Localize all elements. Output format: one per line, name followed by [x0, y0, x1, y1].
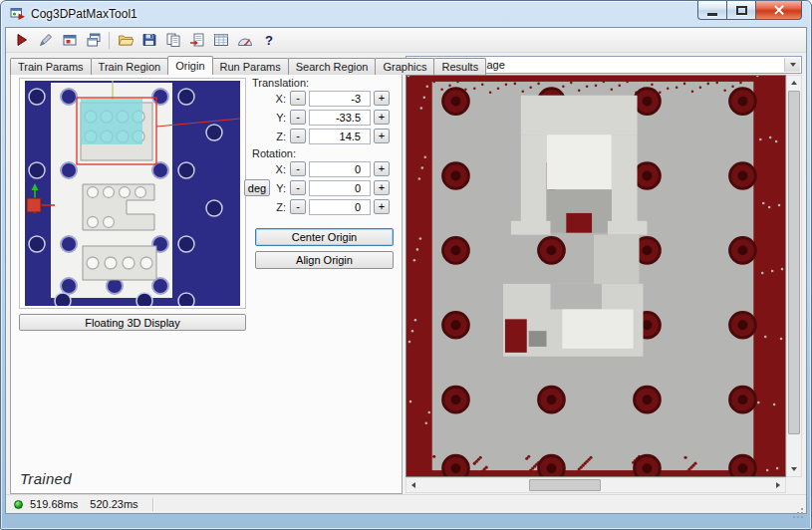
- rotation-x-row: X: - +: [242, 160, 398, 177]
- tab-search-region[interactable]: Search Region: [288, 58, 377, 75]
- toolbar: ?: [6, 28, 806, 53]
- help-icon: ?: [261, 32, 277, 48]
- maximize-icon: [736, 6, 747, 15]
- rotation-z-input[interactable]: [309, 199, 371, 215]
- run-icon: [14, 32, 30, 48]
- 3d-display-canvas[interactable]: [25, 81, 240, 306]
- scroll-down-button[interactable]: [787, 462, 801, 476]
- rotation-x-input[interactable]: [309, 161, 371, 177]
- tab-results[interactable]: Results: [433, 58, 486, 75]
- local-display-button[interactable]: [58, 29, 81, 51]
- train-state-label: Trained: [20, 470, 72, 487]
- center-origin-button[interactable]: Center Origin: [255, 228, 394, 246]
- titlebar[interactable]: Cog3DPatMaxTool1: [1, 1, 811, 27]
- maximize-button[interactable]: [726, 1, 755, 20]
- chevron-down-icon: [790, 63, 796, 67]
- copy-button[interactable]: [161, 29, 184, 51]
- align-origin-button[interactable]: Align Origin: [255, 251, 394, 269]
- translation-y-input[interactable]: [309, 110, 371, 126]
- tab-strip: Train Params Train Region Origin Run Par…: [10, 56, 485, 75]
- translation-z-input[interactable]: [309, 129, 371, 144]
- translation-z-decrement-button[interactable]: -: [290, 129, 306, 143]
- image-display-panel: Current.InputImage: [406, 56, 802, 493]
- tab-graphics[interactable]: Graphics: [375, 58, 434, 75]
- rotation-y-input[interactable]: [309, 180, 371, 196]
- translation-z-label: Z:: [270, 131, 286, 142]
- combo-dropdown-button[interactable]: [784, 58, 800, 72]
- tab-train-params[interactable]: Train Params: [10, 58, 92, 75]
- protractor-icon: [237, 32, 253, 48]
- input-image-canvas[interactable]: [406, 76, 785, 476]
- floating-3d-display-button[interactable]: Floating 3D Display: [19, 314, 246, 331]
- open-file-button[interactable]: [114, 29, 136, 51]
- cascade-windows-icon: [86, 32, 102, 48]
- 3d-display-frame: [19, 78, 246, 309]
- electrode-pen-icon: [38, 32, 54, 48]
- scroll-right-button[interactable]: [771, 478, 785, 492]
- rotation-x-increment-button[interactable]: +: [374, 161, 390, 176]
- arrow-up-icon: [791, 81, 797, 85]
- import-button[interactable]: [185, 29, 208, 51]
- horizontal-scrollbar[interactable]: [406, 477, 786, 493]
- translation-x-row: X: - +: [242, 90, 398, 107]
- arrow-right-icon: [776, 482, 780, 488]
- horizontal-scroll-thumb[interactable]: [529, 479, 601, 491]
- tab-origin[interactable]: Origin: [167, 56, 212, 75]
- translation-x-label: X:: [270, 93, 286, 105]
- translation-z-increment-button[interactable]: +: [374, 129, 390, 143]
- rotation-z-label: Z:: [270, 201, 286, 213]
- translation-y-increment-button[interactable]: +: [374, 110, 390, 125]
- tab-run-params[interactable]: Run Params: [212, 58, 289, 75]
- resize-grip[interactable]: [801, 508, 803, 510]
- vertical-scrollbar[interactable]: [786, 75, 802, 477]
- status-bar: 519.68ms 520.23ms: [6, 494, 806, 513]
- close-button[interactable]: [755, 1, 802, 20]
- electrode-button[interactable]: [34, 29, 57, 51]
- app-window: Cog3DPatMaxTool1: [0, 0, 812, 530]
- input-image-viewport: [406, 75, 786, 477]
- window-title: Cog3DPatMaxTool1: [31, 7, 137, 21]
- translation-y-decrement-button[interactable]: -: [290, 110, 306, 125]
- rotation-y-label: Y:: [270, 182, 286, 194]
- rotation-z-row: Z: - +: [242, 198, 398, 215]
- translation-x-increment-button[interactable]: +: [374, 91, 390, 106]
- float-display-button[interactable]: [82, 29, 105, 51]
- rotation-section-label: Rotation:: [252, 147, 296, 159]
- import-document-icon: [189, 32, 205, 48]
- part-bottom-bracket: [503, 284, 644, 357]
- translation-z-row: Z: - +: [242, 128, 398, 144]
- status-separator: [152, 498, 153, 511]
- rotation-z-increment-button[interactable]: +: [374, 199, 390, 214]
- part-top-bracket: [511, 96, 648, 235]
- results-grid-button[interactable]: [209, 29, 232, 51]
- translation-x-decrement-button[interactable]: -: [290, 91, 306, 106]
- minimize-icon: [707, 13, 717, 16]
- display-window-icon: [62, 32, 78, 48]
- origin-tab-page: Floating 3D Display Trained Translation:…: [10, 74, 403, 494]
- tab-train-region[interactable]: Train Region: [91, 58, 169, 75]
- calibration-button[interactable]: [233, 29, 256, 51]
- spreadsheet-grid-icon: [213, 32, 229, 48]
- close-icon: [773, 4, 785, 16]
- rotation-y-decrement-button[interactable]: -: [290, 180, 306, 195]
- scrollbar-corner: [786, 477, 802, 493]
- run-button[interactable]: [10, 29, 33, 51]
- arrow-down-icon: [791, 467, 797, 471]
- minimize-button[interactable]: [697, 1, 726, 20]
- rotation-x-decrement-button[interactable]: -: [290, 161, 306, 176]
- selection-highlight: [81, 99, 142, 144]
- translation-section-label: Translation:: [252, 77, 309, 89]
- translation-x-input[interactable]: [309, 91, 371, 107]
- scroll-up-button[interactable]: [787, 76, 801, 90]
- run-time-label: 519.68ms: [30, 498, 78, 510]
- rotation-z-decrement-button[interactable]: -: [290, 199, 306, 214]
- save-floppy-icon: [141, 32, 157, 48]
- rotation-y-increment-button[interactable]: +: [374, 180, 390, 195]
- scroll-left-button[interactable]: [406, 478, 420, 492]
- help-button[interactable]: ?: [257, 29, 280, 51]
- toolbar-separator: [109, 32, 110, 49]
- degrees-toggle-button[interactable]: deg: [244, 179, 270, 196]
- total-time-label: 520.23ms: [90, 498, 137, 510]
- vertical-scroll-thumb[interactable]: [788, 91, 800, 434]
- save-file-button[interactable]: [137, 29, 160, 51]
